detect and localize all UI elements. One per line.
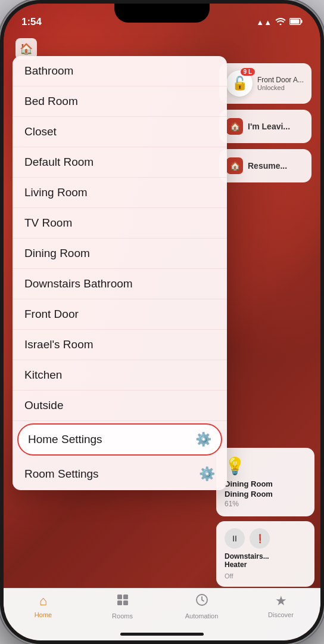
heater-controls: ⏸ ❗ xyxy=(225,528,306,549)
menu-item-label-tv-room: TV Room xyxy=(24,216,72,230)
menu-item-front-door[interactable]: Front Door xyxy=(13,299,227,330)
heater-pause-button[interactable]: ⏸ xyxy=(225,528,245,549)
light-room-title: Dining Room Dining Room xyxy=(225,479,306,500)
im-leaving-button[interactable]: 🏠 I'm Leavi... xyxy=(219,110,311,143)
tab-automation-icon xyxy=(195,593,208,610)
menu-item-label-bathroom: Bathroom xyxy=(24,64,73,78)
leaving-home-icon: 🏠 xyxy=(226,118,243,135)
home-nav-icon: 🏠 xyxy=(20,42,33,55)
svg-rect-7 xyxy=(123,600,128,605)
menu-item-label-front-door: Front Door xyxy=(24,308,79,321)
phone-inner: 1:54 ▲▲ xyxy=(4,4,320,640)
battery-icon xyxy=(289,18,303,27)
menu-item-label-default-room: Default Room xyxy=(24,156,94,169)
heater-title: Downstairs... Heater xyxy=(225,552,306,569)
menu-item-label-outside: Outside xyxy=(24,399,63,412)
smart-home-cards: 💡 Dining Room Dining Room 61% ⏸ ❗ xyxy=(216,448,314,587)
light-card[interactable]: 💡 Dining Room Dining Room 61% xyxy=(216,448,314,516)
tab-home[interactable]: ⌂ Home xyxy=(4,593,83,618)
svg-rect-6 xyxy=(117,600,122,605)
svg-rect-2 xyxy=(291,19,300,23)
svg-rect-3 xyxy=(301,20,303,23)
menu-item-label-room-settings: Room Settings xyxy=(24,467,99,481)
menu-item-label-closet: Closet xyxy=(24,125,57,138)
phone-frame: 1:54 ▲▲ xyxy=(0,0,324,644)
resume-button[interactable]: 🏠 Resume... xyxy=(219,149,311,182)
tab-rooms[interactable]: Rooms xyxy=(83,593,162,620)
menu-item-label-dining-room: Dining Room xyxy=(24,247,90,260)
light-percent: 61% xyxy=(225,500,306,508)
tab-home-icon: ⌂ xyxy=(39,593,47,609)
heater-title-line1: Downstairs... xyxy=(225,552,269,561)
tab-home-label: Home xyxy=(35,611,52,618)
menu-item-label-downstairs-bathroom: Downstairs Bathroom xyxy=(24,277,133,290)
lock-badge: 9 L xyxy=(241,68,255,76)
menu-item-tv-room[interactable]: TV Room xyxy=(13,208,227,239)
menu-item-home-settings[interactable]: Home Settings ⚙️ xyxy=(17,423,222,456)
lock-info: Front Door A... Unlocked xyxy=(257,76,304,91)
menu-item-dining-room[interactable]: Dining Room xyxy=(13,239,227,269)
svg-point-0 xyxy=(280,24,282,26)
wifi-icon xyxy=(275,17,286,27)
tab-discover[interactable]: ★ Discover xyxy=(241,593,320,618)
menu-item-bathroom[interactable]: Bathroom xyxy=(13,56,227,86)
tab-automation[interactable]: Automation xyxy=(162,593,241,620)
heater-alert-button[interactable]: ❗ xyxy=(250,528,270,549)
leaving-label: I'm Leavi... xyxy=(248,122,290,131)
menu-item-downstairs-bathroom[interactable]: Downstairs Bathroom xyxy=(13,269,227,299)
menu-item-closet[interactable]: Closet xyxy=(13,117,227,147)
home-settings-gear-icon: ⚙️ xyxy=(195,432,211,447)
menu-item-label-bedroom: Bed Room xyxy=(24,95,78,108)
lock-title: Front Door A... xyxy=(257,76,304,84)
signal-icon: ▲▲ xyxy=(256,18,272,27)
room-dropdown-menu: Bathroom Bed Room Closet Default Room Li… xyxy=(13,56,227,490)
tab-rooms-icon xyxy=(116,593,129,610)
menu-item-label-kitchen: Kitchen xyxy=(24,369,62,382)
heater-title-line2: Heater xyxy=(225,561,247,569)
menu-item-outside[interactable]: Outside xyxy=(13,391,227,421)
bulb-icon: 💡 xyxy=(225,456,306,476)
home-bar xyxy=(120,633,204,636)
tab-rooms-label: Rooms xyxy=(112,612,133,620)
lock-icon: 🔓 xyxy=(232,76,248,91)
menu-item-living-room[interactable]: Living Room xyxy=(13,178,227,208)
alert-icon: ❗ xyxy=(255,534,265,543)
tab-discover-label: Discover xyxy=(268,611,294,618)
resume-home-icon: 🏠 xyxy=(226,157,243,174)
menu-item-label-living-room: Living Room xyxy=(24,186,88,199)
light-title-line1: Dining Room xyxy=(225,479,273,488)
lock-status: Unlocked xyxy=(257,84,304,91)
svg-rect-4 xyxy=(117,595,122,599)
menu-item-label-home-settings: Home Settings xyxy=(28,433,102,446)
pause-icon: ⏸ xyxy=(230,534,239,543)
svg-rect-5 xyxy=(123,595,128,599)
lock-card[interactable]: 🔓 9 L Front Door A... Unlocked xyxy=(219,63,311,104)
tab-automation-label: Automation xyxy=(185,612,219,620)
heater-status: Off xyxy=(225,572,306,580)
menu-item-bedroom[interactable]: Bed Room xyxy=(13,86,227,117)
heater-card[interactable]: ⏸ ❗ Downstairs... Heater Off xyxy=(216,521,314,587)
menu-item-label-israels-room: Israel's Room xyxy=(24,338,94,351)
right-side-content: 🔓 9 L Front Door A... Unlocked 🏠 I'm Lea… xyxy=(219,63,311,188)
status-time: 1:54 xyxy=(21,16,42,28)
tab-discover-icon: ★ xyxy=(275,593,287,609)
screen: 1:54 ▲▲ xyxy=(4,4,320,640)
menu-item-default-room[interactable]: Default Room xyxy=(13,147,227,178)
menu-item-israels-room[interactable]: Israel's Room xyxy=(13,330,227,360)
room-settings-gear-icon: ⚙️ xyxy=(199,466,215,482)
menu-item-room-settings[interactable]: Room Settings ⚙️ xyxy=(13,458,227,490)
light-title-line2: Dining Room xyxy=(225,490,273,499)
notch xyxy=(114,4,210,23)
resume-label: Resume... xyxy=(248,161,287,171)
status-icons: ▲▲ xyxy=(256,17,303,27)
menu-item-kitchen[interactable]: Kitchen xyxy=(13,360,227,391)
